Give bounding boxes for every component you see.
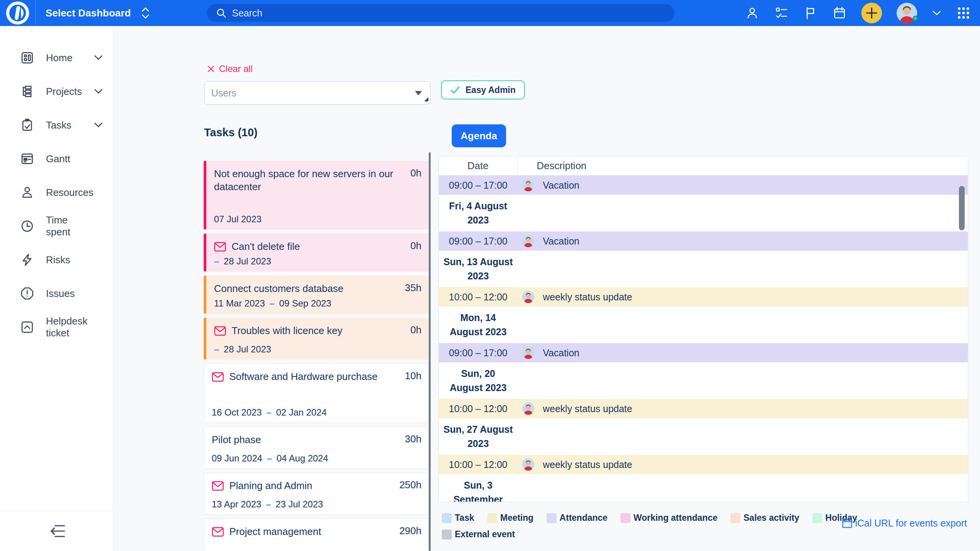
global-search[interactable] — [207, 4, 675, 22]
sidebar-item-label: Home — [46, 52, 94, 64]
ical-export-link[interactable]: iCal URL for events export — [841, 517, 967, 529]
tasks-icon — [20, 118, 34, 132]
envelope-icon — [212, 481, 224, 491]
agenda-date-header: Sun, 3 September — [439, 474, 518, 502]
sidebar-item-home[interactable]: Home — [0, 44, 113, 71]
event-description: weekly status update — [543, 459, 632, 470]
legend-item: Meeting — [487, 513, 534, 523]
calendar-icon[interactable] — [832, 6, 847, 20]
column-header-date: Date — [439, 156, 518, 175]
agenda-event-row[interactable]: 09:00 – 17:00 Vacation — [439, 176, 968, 195]
sidebar-item-risks[interactable]: Risks — [0, 246, 113, 273]
avatar-chevron-down-icon[interactable] — [932, 6, 942, 20]
sidebar-item-label: Time spent — [46, 214, 94, 238]
agenda-event-row[interactable]: 10:00 – 12:00 weekly status update — [439, 399, 968, 418]
legend-label: Task — [455, 513, 474, 523]
task-card[interactable]: Software and Hardware purchase 10h 16 Oc… — [204, 364, 429, 423]
agenda-event-row[interactable]: 09:00 – 17:00 Vacation — [439, 231, 968, 251]
task-card[interactable]: Connect customers database 35h 11 Mar 20… — [204, 276, 429, 314]
panel-splitter-scrollbar[interactable] — [429, 152, 431, 551]
sidebar-item-label: Tasks — [46, 119, 94, 131]
sidebar-item-gantt[interactable]: Gantt — [0, 145, 113, 172]
task-card[interactable]: Can't delete file 0h –28 Jul 2023 — [204, 233, 429, 272]
task-title-wrap: Not enough space for new servers in our … — [214, 167, 410, 194]
legend-swatch — [442, 513, 452, 523]
users-filter-select[interactable]: Users — [204, 81, 431, 105]
date-line-1: Sun, 3 — [464, 478, 492, 492]
sidebar-item-label: Gantt — [46, 153, 94, 165]
task-card-bottom: –28 Jul 2023 — [214, 342, 421, 355]
sidebar-item-projects[interactable]: Projects — [0, 78, 113, 105]
sidebar-item-resources[interactable]: Resources — [0, 179, 113, 206]
top-bar: Select Dashboard — [0, 0, 980, 26]
task-card[interactable]: Troubles with licence key 0h –28 Jul 202… — [204, 318, 429, 360]
logo-icon — [6, 1, 29, 25]
task-dates: 13 Apr 2023–23 Jul 2023 — [212, 499, 323, 510]
select-caret-icon — [415, 91, 422, 95]
legend-swatch — [812, 513, 822, 523]
sort-chevrons-icon — [141, 7, 150, 20]
agenda-date-header: Mon, 14 August 2023 — [439, 306, 518, 343]
assignee-avatar — [409, 254, 421, 267]
chevron-down-icon — [94, 290, 103, 297]
task-hours: 10h — [405, 370, 421, 382]
agenda-event-row[interactable]: 10:00 – 12:00 weekly status update — [439, 287, 968, 306]
clear-all-button[interactable]: Clear all — [207, 64, 253, 74]
sidebar-item-label: Helpdesk ticket — [46, 315, 94, 339]
task-card[interactable]: Planing and Admin 250h 13 Apr 2023–23 Ju… — [204, 473, 429, 515]
user-icon[interactable] — [745, 6, 760, 20]
search-icon — [216, 8, 227, 18]
plus-icon — [866, 7, 878, 19]
legend-label: Sales activity — [743, 513, 799, 523]
sidebar-item-issues[interactable]: Issues — [0, 280, 113, 307]
app-logo[interactable] — [0, 1, 35, 25]
agenda-date-header: Fri, 4 August 2023 — [439, 195, 518, 231]
agenda-scrollbar-thumb[interactable] — [959, 186, 965, 230]
sidebar-item-helpdesk-ticket[interactable]: Helpdesk ticket — [0, 314, 113, 341]
task-card-top: Not enough space for new servers in our … — [214, 167, 421, 194]
sidebar-item-time-spent[interactable]: Time spent — [0, 213, 113, 240]
task-title: Project management — [229, 525, 321, 538]
task-title: Not enough space for new servers in our … — [214, 167, 405, 194]
task-card[interactable]: Project management 290h 19 Sep 2023–01 N… — [204, 518, 429, 551]
agenda-date-header: Sun, 27 August 2023 — [439, 418, 518, 455]
collapse-sidebar-icon[interactable] — [46, 523, 67, 540]
agenda-date-header: Sun, 20 August 2023 — [439, 362, 518, 399]
agenda-event-row[interactable]: 10:00 – 12:00 weekly status update — [439, 455, 968, 474]
assignee-avatar — [409, 212, 421, 225]
task-card-bottom: 16 Oct 2023–02 Jan 2024 — [212, 406, 421, 418]
assignee-avatar — [409, 406, 421, 418]
task-title: Connect customers database — [214, 282, 343, 295]
gantt-icon — [20, 152, 34, 166]
column-header-description: Description — [518, 160, 586, 172]
user-avatar[interactable] — [897, 3, 917, 23]
task-card-bottom: –28 Jul 2023 — [214, 254, 421, 267]
dashboard-selector-label: Select Dashboard — [46, 7, 131, 19]
legend-item: Working attendance — [621, 513, 717, 523]
agenda-button[interactable]: Agenda — [452, 124, 506, 147]
dashboard-selector[interactable]: Select Dashboard — [46, 7, 150, 20]
search-input[interactable] — [232, 8, 615, 19]
apps-grid-icon[interactable] — [956, 6, 971, 20]
task-card-top: Connect customers database 35h — [214, 282, 421, 295]
date-line-1: Sun, 13 August — [443, 255, 513, 269]
event-avatar — [522, 291, 534, 303]
sidebar-item-label: Projects — [46, 86, 94, 98]
tasks-panel-title: Tasks (10) — [204, 126, 258, 139]
add-button[interactable] — [861, 3, 882, 23]
legend-swatch — [442, 530, 452, 540]
agenda-event-row[interactable]: 09:00 – 17:00 Vacation — [439, 343, 968, 362]
task-card[interactable]: Not enough space for new servers in our … — [204, 161, 429, 230]
easy-admin-filter-chip[interactable]: Easy Admin — [441, 80, 525, 99]
sidebar-item-tasks[interactable]: Tasks — [0, 112, 113, 139]
event-avatar — [522, 458, 534, 471]
legend-item: Attendance — [547, 513, 608, 523]
task-title-wrap: Can't delete file — [214, 240, 410, 253]
task-title: Can't delete file — [232, 240, 300, 253]
task-card[interactable]: Pilot phase 30h 09 Jun 2024–04 Aug 2024 — [204, 427, 429, 469]
flag-icon[interactable] — [803, 6, 818, 20]
sidebar: Home Projects Tasks Gantt Resources Time… — [0, 26, 113, 551]
close-icon — [207, 65, 215, 73]
checklist-icon[interactable] — [774, 6, 789, 20]
task-card-top: Software and Hardware purchase 10h — [212, 370, 421, 383]
